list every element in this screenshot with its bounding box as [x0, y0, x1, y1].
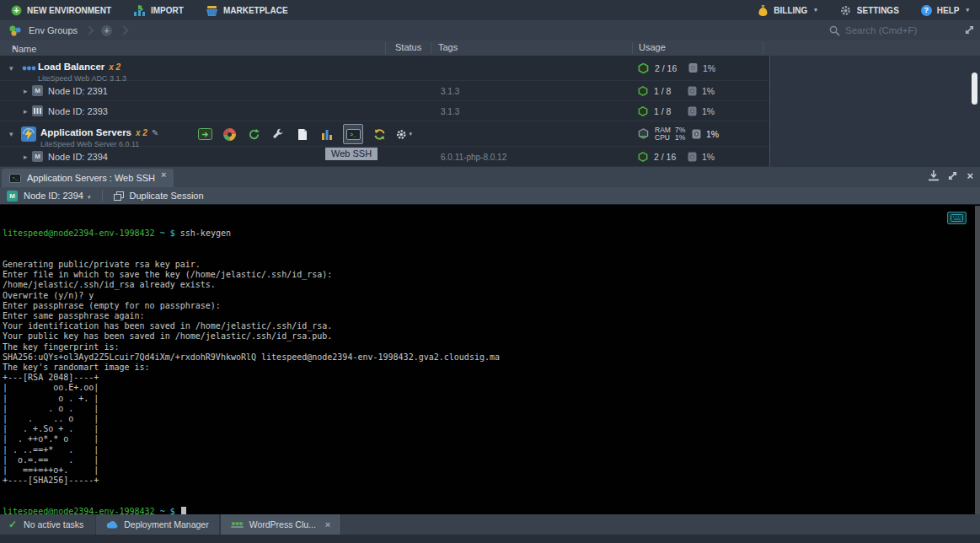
chevron-down-icon: ▾: [88, 194, 91, 200]
env-row-node-2393[interactable]: ▸ Node ID: 2393 3.1.3 1 / 8 1%: [0, 101, 769, 121]
tag: 3.1.3: [441, 106, 459, 116]
settings-menu[interactable]: SETTINGS: [828, 0, 910, 20]
virtual-keyboard-button[interactable]: [947, 212, 967, 224]
vertical-scrollbar-thumb[interactable]: [972, 73, 977, 105]
billing-menu[interactable]: BILLING ▾: [747, 0, 828, 20]
terminal-line: The key's randomart image is:: [3, 363, 980, 373]
status-bar: ✓ No active tasks Deployment Manager Wor…: [0, 514, 980, 535]
duplicate-session-button[interactable]: Duplicate Session: [130, 191, 204, 201]
tag: 3.1.3: [441, 86, 459, 95]
usage-cell: 2 / 16 1%: [638, 152, 715, 162]
import-icon: [133, 5, 146, 16]
prompt-host: litespeed@node2394-env-1998432: [3, 228, 155, 238]
disk-usage: 1%: [702, 152, 715, 162]
edit-pencil-icon[interactable]: ✎: [152, 128, 158, 137]
node-count: x 2: [109, 62, 120, 72]
config-wrench-icon[interactable]: [270, 126, 287, 142]
node-group-name: Load Balancer: [38, 62, 104, 72]
usage-cell: 1 / 8 1%: [638, 86, 715, 96]
marketplace-icon: [206, 5, 218, 16]
terminal-line: Your public key has been saved in /home/…: [3, 331, 980, 341]
terminal-output: Generating public/private rsa key pair.E…: [3, 260, 980, 486]
additionally-gear-icon[interactable]: ▾: [395, 126, 412, 142]
collapse-chevron-icon[interactable]: ▾: [9, 130, 13, 138]
import-button[interactable]: IMPORT: [122, 0, 195, 20]
env-groups-icon: [8, 24, 23, 37]
help-menu[interactable]: ? HELP ▾: [910, 0, 980, 20]
column-status[interactable]: Status: [395, 42, 421, 52]
terminal-line: Enter passphrase (empty for no passphras…: [3, 301, 980, 311]
restart-icon[interactable]: [245, 126, 262, 142]
tab-close-icon[interactable]: ×: [325, 519, 330, 530]
load-balancer-icon: [22, 64, 36, 73]
terminal-prompt-line: litespeed@node2394-env-1998432 ~ $: [3, 507, 980, 514]
env-row-load-balancer[interactable]: ▾ Load Balancerx 2 LiteSpeed Web ADC 3.1…: [0, 56, 769, 81]
column-tags[interactable]: Tags: [438, 42, 458, 52]
search-field[interactable]: [829, 20, 955, 40]
statistics-icon[interactable]: [319, 126, 335, 142]
web-ssh-tab-title: Application Servers : Web SSH: [27, 173, 155, 183]
expand-chevron-icon[interactable]: ▸: [24, 87, 28, 95]
env-row-node-2394[interactable]: ▸ M Node ID: 2394 6.0.11-php-8.0.12 2 / …: [0, 147, 769, 167]
billing-label: BILLING: [774, 6, 807, 15]
question-icon: ?: [921, 5, 932, 16]
import-label: IMPORT: [151, 6, 184, 15]
check-icon: ✓: [8, 519, 17, 530]
collapse-chevron-icon[interactable]: ▾: [9, 64, 13, 73]
download-icon[interactable]: [929, 170, 939, 181]
terminal-line: Enter same passphrase again:: [3, 311, 980, 321]
expand-panel-icon[interactable]: [947, 170, 958, 181]
node-group-toolbar: >_ ▾: [196, 121, 412, 147]
tag: 6.0.11-php-8.0.12: [441, 152, 506, 161]
tab-close-icon[interactable]: ×: [161, 169, 166, 180]
web-ssh-panel: >_ Application Servers : Web SSH × × M N…: [0, 167, 980, 514]
add-group-button[interactable]: +: [101, 25, 112, 36]
log-file-icon[interactable]: [294, 126, 311, 142]
new-environment-button[interactable]: + NEW ENVIRONMENT: [0, 0, 122, 20]
disk-usage: 1%: [703, 63, 715, 73]
breadcrumb-chevron-icon: [84, 25, 94, 35]
terminal-line: | o . +. |: [3, 394, 980, 404]
terminal-line: Enter file in which to save the key (/ho…: [3, 270, 980, 280]
expand-chevron-icon[interactable]: ▸: [24, 107, 28, 116]
search-input[interactable]: [845, 25, 955, 35]
terminal[interactable]: litespeed@node2394-env-1998432 ~ $ ssh-k…: [0, 204, 980, 514]
panel-tab-strip: >_ Application Servers : Web SSH × ×: [0, 167, 980, 187]
column-usage[interactable]: Usage: [639, 42, 666, 52]
marketplace-label: MARKETPLACE: [223, 6, 288, 15]
disk-usage: 1%: [702, 86, 715, 96]
money-bag-icon: [758, 4, 768, 16]
cloudlet-icon: [638, 106, 648, 116]
deployment-manager-tab[interactable]: Deployment Manager: [95, 514, 219, 535]
expand-icon[interactable]: [964, 24, 975, 35]
wordpress-cluster-tab[interactable]: WordPress Clu... ×: [220, 514, 342, 535]
disk-icon: [688, 152, 697, 162]
open-in-browser-icon[interactable]: [196, 126, 213, 142]
session-toolbar: M Node ID: 2394 ▾ Duplicate Session: [0, 187, 980, 204]
env-row-node-2391[interactable]: ▸ M Node ID: 2391 3.1.3 1 / 8 1%: [0, 81, 769, 101]
env-groups-tab[interactable]: Env Groups: [0, 24, 78, 37]
redeploy-icon[interactable]: [371, 126, 388, 142]
cloudlet-icon: [638, 128, 649, 139]
web-ssh-icon[interactable]: >_: [343, 124, 363, 144]
change-topology-icon[interactable]: [221, 126, 238, 142]
terminal-scrollbar[interactable]: [975, 206, 980, 514]
sort-asc-icon: ▲: [12, 44, 18, 50]
cloudlet-icon: [638, 62, 649, 73]
prompt-host: litespeed@node2394-env-1998432: [3, 507, 155, 514]
marketplace-button[interactable]: MARKETPLACE: [195, 0, 299, 20]
terminal-line: Your identification has been saved in /h…: [3, 321, 980, 331]
bottom-strip: [0, 535, 980, 543]
expand-chevron-icon[interactable]: ▸: [24, 153, 28, 161]
disk-usage: 1%: [706, 129, 719, 139]
env-groups-bar: Env Groups +: [0, 20, 980, 40]
web-ssh-tab[interactable]: >_ Application Servers : Web SSH ×: [2, 169, 174, 187]
disk-icon: [688, 106, 697, 116]
terminal-line: | . ..==+* . |: [3, 445, 980, 455]
plus-circle-icon: +: [11, 5, 22, 16]
new-environment-label: NEW ENVIRONMENT: [27, 6, 111, 15]
terminal-line: SHA256:uQYs+ol3Ayd2Z5Lcuir7Qd4iXm/+rxdoh…: [3, 352, 980, 363]
close-panel-icon[interactable]: ×: [967, 170, 973, 181]
node-selector[interactable]: Node ID: 2394 ▾: [24, 191, 91, 201]
node-master-icon: M: [32, 151, 43, 162]
